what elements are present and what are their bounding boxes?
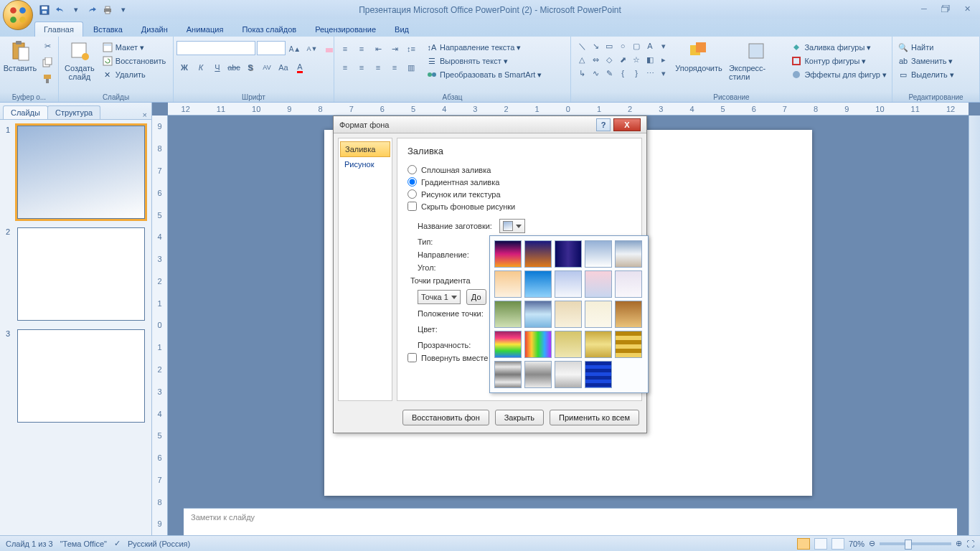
copy-icon[interactable] bbox=[39, 55, 55, 70]
tab-animation[interactable]: Анимация bbox=[178, 22, 232, 37]
shape-free-icon[interactable]: ✎ bbox=[603, 67, 616, 80]
office-button[interactable] bbox=[3, 0, 33, 30]
side-close-icon[interactable]: × bbox=[143, 110, 147, 119]
thumbnail-1[interactable]: 1 bbox=[6, 126, 146, 219]
new-slide-button[interactable]: Создать слайд bbox=[62, 38, 98, 83]
strike-icon[interactable]: abc bbox=[226, 60, 242, 75]
shape-etc-icon[interactable]: ⋯ bbox=[644, 67, 656, 80]
notes-pane[interactable]: Заметки к слайду bbox=[184, 508, 957, 535]
preset-gradient-6[interactable] bbox=[494, 270, 522, 298]
shape-double-icon[interactable]: ⇔ bbox=[589, 53, 602, 66]
paste-button[interactable]: Вставить bbox=[3, 38, 37, 74]
zoom-slider[interactable] bbox=[880, 542, 951, 545]
preset-gradient-1[interactable] bbox=[494, 240, 522, 268]
italic-icon[interactable]: К bbox=[193, 60, 209, 75]
preset-gradient-23[interactable] bbox=[555, 361, 582, 388]
shape-expand-icon[interactable]: ▾ bbox=[657, 67, 670, 80]
bullets-icon[interactable]: ≡ bbox=[337, 41, 353, 57]
columns-icon[interactable]: ▥ bbox=[403, 60, 419, 75]
shape-callout-icon[interactable]: ◧ bbox=[644, 53, 656, 66]
side-tab-slides[interactable]: Слайды bbox=[3, 105, 48, 119]
indent-inc-icon[interactable]: ⇥ bbox=[387, 41, 402, 57]
preset-gradient-16[interactable] bbox=[494, 331, 522, 358]
preset-gradient-22[interactable] bbox=[524, 361, 552, 388]
smartart-button[interactable]: Преобразовать в SmartArt ▾ bbox=[424, 68, 544, 81]
restore-icon[interactable] bbox=[937, 3, 954, 14]
shrink-font-icon[interactable]: A▼ bbox=[304, 41, 320, 57]
view-sorter-icon[interactable] bbox=[814, 538, 827, 550]
align-left-icon[interactable]: ≡ bbox=[337, 60, 353, 75]
preset-gradient-11[interactable] bbox=[494, 301, 522, 328]
quick-styles-button[interactable]: Экспресс-стили bbox=[726, 38, 786, 83]
tab-view[interactable]: Вид bbox=[386, 22, 418, 37]
shape-conn-icon[interactable]: ↳ bbox=[575, 67, 588, 80]
shape-brace-icon[interactable]: { bbox=[616, 67, 629, 80]
tab-review[interactable]: Рецензирование bbox=[306, 22, 385, 37]
zoom-out-icon[interactable]: ⊖ bbox=[869, 539, 875, 548]
reset-button[interactable]: Восстановить bbox=[100, 55, 168, 67]
preset-gradient-18[interactable] bbox=[555, 331, 582, 358]
radio-picture-fill[interactable]: Рисунок или текстура bbox=[407, 188, 631, 200]
line-spacing-icon[interactable]: ↕≡ bbox=[403, 41, 419, 57]
preset-gradient-10[interactable] bbox=[615, 270, 642, 298]
tab-design[interactable]: Дизайн bbox=[133, 22, 176, 37]
shadow-icon[interactable]: S bbox=[242, 60, 258, 75]
align-text-button[interactable]: ☰Выровнять текст ▾ bbox=[424, 55, 544, 67]
preset-gradient-7[interactable] bbox=[524, 270, 552, 298]
vertical-scrollbar[interactable] bbox=[969, 116, 980, 535]
shape-text-icon[interactable]: A bbox=[644, 39, 656, 52]
shape-star-icon[interactable]: ☆ bbox=[630, 53, 643, 66]
replace-button[interactable]: abЗаменить ▾ bbox=[895, 55, 955, 67]
zoom-in-icon[interactable]: ⊕ bbox=[956, 539, 962, 548]
cut-icon[interactable]: ✂ bbox=[39, 38, 55, 54]
preset-gradient-3[interactable] bbox=[555, 240, 582, 268]
close-button[interactable]: Закрыть bbox=[495, 410, 544, 425]
align-right-icon[interactable]: ≡ bbox=[370, 60, 386, 75]
text-direction-button[interactable]: ↕AНаправление текста ▾ bbox=[424, 41, 544, 54]
font-name-combo[interactable] bbox=[176, 41, 255, 55]
shape-line-icon[interactable]: ＼ bbox=[575, 39, 588, 52]
arrange-button[interactable]: Упорядочить bbox=[674, 38, 724, 74]
change-case-icon[interactable]: Aa bbox=[275, 60, 291, 75]
preset-gradient-13[interactable] bbox=[555, 301, 582, 328]
shape-fill-button[interactable]: Заливка фигуры ▾ bbox=[788, 41, 889, 54]
close-icon[interactable]: ✕ bbox=[958, 3, 976, 14]
thumbnail-3[interactable]: 3 bbox=[6, 329, 146, 423]
preset-dropdown[interactable] bbox=[499, 219, 525, 233]
char-spacing-icon[interactable]: AV bbox=[259, 60, 275, 75]
add-stop-button[interactable]: До bbox=[466, 289, 486, 305]
undo-icon[interactable] bbox=[53, 3, 67, 17]
save-icon[interactable] bbox=[37, 3, 52, 17]
shape-arrow-icon[interactable]: ↘ bbox=[589, 39, 602, 52]
find-button[interactable]: 🔍Найти bbox=[895, 41, 936, 54]
shape-more1-icon[interactable]: ▾ bbox=[657, 39, 670, 52]
align-center-icon[interactable]: ≡ bbox=[354, 60, 369, 75]
preset-gradient-20[interactable] bbox=[615, 331, 642, 358]
apply-all-button[interactable]: Применить ко всем bbox=[550, 410, 639, 425]
stop-selector[interactable]: Точка 1 bbox=[418, 290, 461, 304]
status-language[interactable]: Русский (Россия) bbox=[128, 540, 190, 548]
shape-effects-button[interactable]: Эффекты для фигур ▾ bbox=[788, 68, 889, 81]
bold-icon[interactable]: Ж bbox=[176, 60, 192, 75]
side-tab-outline[interactable]: Структура bbox=[47, 105, 100, 119]
preset-gradient-17[interactable] bbox=[524, 331, 552, 358]
shape-curve-icon[interactable]: ∿ bbox=[589, 67, 602, 80]
shape-outline-button[interactable]: Контур фигуры ▾ bbox=[788, 55, 889, 67]
select-button[interactable]: ▭Выделить ▾ bbox=[895, 68, 956, 81]
print-icon[interactable] bbox=[100, 3, 115, 17]
shape-block-icon[interactable]: ⬈ bbox=[616, 53, 629, 66]
spellcheck-icon[interactable]: ✓ bbox=[114, 539, 121, 548]
minimize-icon[interactable]: ─ bbox=[915, 3, 933, 14]
check-hide-bg[interactable]: Скрыть фоновые рисунки bbox=[407, 200, 631, 212]
preset-gradient-15[interactable] bbox=[615, 301, 642, 328]
shape-more2-icon[interactable]: ▸ bbox=[657, 53, 670, 66]
delete-button[interactable]: ✕Удалить bbox=[100, 68, 168, 81]
numbering-icon[interactable]: ≡ bbox=[354, 41, 369, 57]
tab-slideshow[interactable]: Показ слайдов bbox=[233, 22, 305, 37]
dialog-nav-fill[interactable]: Заливка bbox=[340, 141, 390, 157]
layout-button[interactable]: Макет ▾ bbox=[100, 41, 168, 54]
shape-oval-icon[interactable]: ○ bbox=[616, 39, 629, 52]
radio-gradient-fill[interactable]: Градиентная заливка bbox=[407, 176, 631, 188]
redo-icon[interactable] bbox=[85, 3, 99, 17]
preset-gradient-8[interactable] bbox=[555, 270, 582, 298]
